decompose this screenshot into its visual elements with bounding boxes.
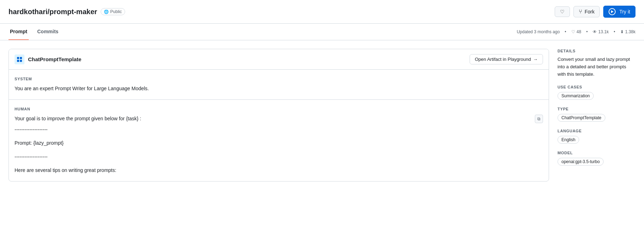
fork-button[interactable]: ⑂ Fork bbox=[573, 6, 600, 17]
arrow-right-icon: → bbox=[533, 57, 538, 62]
updated-text: Updated 3 months ago bbox=[517, 29, 560, 34]
main-layout: ChatPromptTemplate Open Artifact in Play… bbox=[0, 40, 644, 190]
public-badge: 🌐 Public bbox=[101, 8, 125, 15]
tabs-list: Prompt Commits bbox=[9, 24, 67, 40]
play-circle-icon bbox=[609, 8, 616, 15]
tab-commits[interactable]: Commits bbox=[36, 24, 60, 40]
download-icon: ⬇ bbox=[620, 29, 624, 34]
sidebar-use-cases: USE CASES Summarization bbox=[558, 85, 635, 100]
human-content: ⧉ Your goal is to improve the prompt giv… bbox=[15, 115, 543, 174]
system-content: You are an expert Prompt Writer for Larg… bbox=[15, 85, 543, 92]
model-tag: openai:gpt-3.5-turbo bbox=[558, 158, 604, 166]
prompt-card: ChatPromptTemplate Open Artifact in Play… bbox=[9, 49, 549, 182]
copy-icon: ⧉ bbox=[537, 116, 541, 121]
tab-prompt[interactable]: Prompt bbox=[9, 24, 29, 40]
human-line5: Here are several tips on writing great p… bbox=[15, 166, 543, 174]
use-case-tag: Summarization bbox=[558, 92, 594, 100]
details-description: Convert your small and lazy prompt into … bbox=[558, 56, 635, 78]
human-label: HUMAN bbox=[15, 107, 543, 111]
header-right: ♡ ⑂ Fork Try it bbox=[555, 6, 635, 18]
svg-rect-1 bbox=[20, 57, 22, 59]
globe-icon: 🌐 bbox=[104, 10, 109, 14]
svg-rect-3 bbox=[20, 60, 22, 62]
copy-button[interactable]: ⧉ bbox=[535, 115, 543, 123]
model-title: MODEL bbox=[558, 151, 635, 155]
card-body: SYSTEM You are an expert Prompt Writer f… bbox=[9, 70, 549, 181]
human-line3: Prompt: {lazy_prompt} bbox=[15, 139, 543, 147]
sidebar-model: MODEL openai:gpt-3.5-turbo bbox=[558, 151, 635, 166]
svg-rect-0 bbox=[17, 57, 19, 59]
language-tag: English bbox=[558, 136, 579, 144]
system-section: SYSTEM You are an expert Prompt Writer f… bbox=[9, 70, 549, 99]
fork-icon: ⑂ bbox=[579, 8, 582, 15]
downloads-count: ⬇ 1.38k bbox=[620, 29, 635, 34]
sidebar-language: LANGUAGE English bbox=[558, 129, 635, 144]
card-header-left: ChatPromptTemplate bbox=[15, 54, 82, 64]
header-left: hardkothari/prompt-maker 🌐 Public bbox=[9, 8, 125, 16]
content-area: ChatPromptTemplate Open Artifact in Play… bbox=[9, 49, 549, 182]
try-it-button[interactable]: Try it bbox=[603, 6, 635, 18]
type-tag: ChatPromptTemplate bbox=[558, 114, 605, 122]
tabs-bar: Prompt Commits Updated 3 months ago • ♡ … bbox=[0, 24, 644, 40]
sidebar-details: DETAILS Convert your small and lazy prom… bbox=[558, 49, 635, 78]
sidebar-type: TYPE ChatPromptTemplate bbox=[558, 107, 635, 122]
repo-title: hardkothari/prompt-maker bbox=[9, 8, 97, 16]
use-cases-title: USE CASES bbox=[558, 85, 635, 89]
sidebar: DETAILS Convert your small and lazy prom… bbox=[558, 49, 635, 182]
tabs-meta: Updated 3 months ago • ♡ 48 • 👁 13.1k • … bbox=[517, 29, 635, 34]
hearts-count: ♡ 48 bbox=[571, 29, 581, 34]
details-title: DETAILS bbox=[558, 49, 635, 53]
human-section: HUMAN ⧉ Your goal is to improve the prom… bbox=[9, 99, 549, 181]
heart-icon: ♡ bbox=[560, 9, 565, 15]
human-line2: -------------------- bbox=[15, 126, 543, 133]
artifact-icon bbox=[15, 54, 24, 64]
system-label: SYSTEM bbox=[15, 77, 543, 81]
heart-button[interactable]: ♡ bbox=[555, 6, 570, 17]
play-icon bbox=[611, 10, 614, 13]
eye-icon: 👁 bbox=[593, 29, 597, 34]
card-title: ChatPromptTemplate bbox=[28, 56, 82, 62]
card-header: ChatPromptTemplate Open Artifact in Play… bbox=[9, 49, 549, 70]
type-title: TYPE bbox=[558, 107, 635, 111]
human-line4: -------------------- bbox=[15, 153, 543, 161]
open-artifact-button[interactable]: Open Artifact in Playground → bbox=[470, 54, 543, 64]
human-line1: Your goal is to improve the prompt given… bbox=[15, 115, 543, 122]
views-count: 👁 13.1k bbox=[593, 29, 609, 34]
page-header: hardkothari/prompt-maker 🌐 Public ♡ ⑂ Fo… bbox=[0, 0, 644, 24]
language-title: LANGUAGE bbox=[558, 129, 635, 133]
heart-meta-icon: ♡ bbox=[571, 29, 575, 34]
svg-rect-2 bbox=[17, 60, 19, 62]
